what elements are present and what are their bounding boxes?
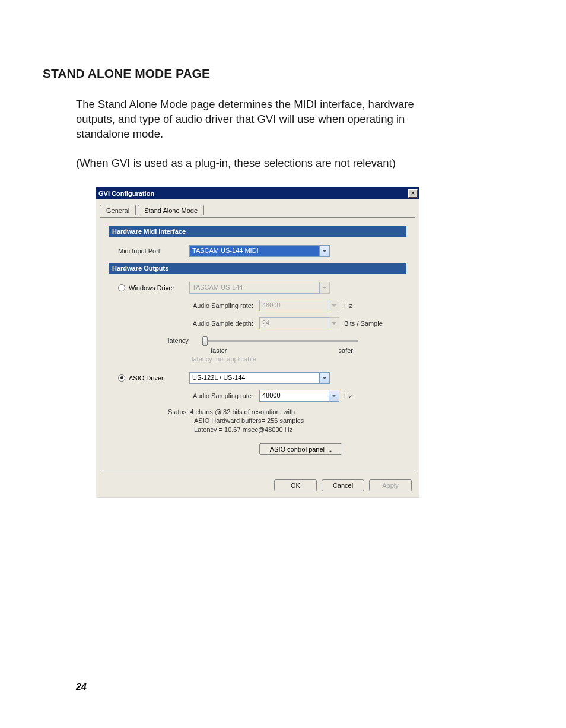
win-depth-combo: 24: [259, 317, 339, 329]
row-midi-input: Midi Input Port: TASCAM US-144 MIDI: [109, 245, 406, 257]
window-title: GVI Configuration: [98, 190, 154, 197]
slider-scale-labels: faster safer: [109, 347, 358, 354]
latency-not-applicable: latency: not applicable: [109, 355, 406, 363]
row-windows-driver: Windows Driver TASCAM US-144: [109, 282, 406, 294]
midi-input-value: TASCAM US-144 MIDI: [189, 245, 320, 257]
page-number: 24: [76, 682, 87, 692]
faster-label: faster: [211, 347, 227, 354]
tab-panel: Hardware Midi Interface Midi Input Port:…: [100, 217, 415, 472]
row-asio-sampling-rate: Audio Sampling rate: 48000 Hz: [109, 390, 406, 402]
chevron-down-icon: [332, 322, 336, 325]
win-rate-dropdown-button: [329, 300, 339, 311]
windows-driver-dropdown-button: [320, 282, 330, 294]
page-heading: STAND ALONE MODE PAGE: [43, 66, 523, 81]
win-depth-label: Audio Sample depth:: [118, 320, 259, 327]
slider-thumb[interactable]: [202, 336, 208, 346]
asio-rate-unit: Hz: [344, 392, 352, 399]
asio-rate-value: 48000: [259, 390, 329, 402]
midi-input-combo[interactable]: TASCAM US-144 MIDI: [189, 245, 330, 257]
row-asio-driver: ASIO Driver US-122L / US-144: [109, 372, 406, 384]
chevron-down-icon: [322, 287, 327, 289]
midi-input-label: Midi Input Port:: [118, 247, 189, 255]
asio-driver-label: ASIO Driver: [129, 374, 164, 382]
row-latency-slider: latency: [109, 335, 406, 346]
section-hardware-outputs: Hardware Outputs: [109, 263, 406, 274]
asio-rate-dropdown-button[interactable]: [329, 390, 339, 402]
windows-driver-combo: TASCAM US-144: [189, 282, 330, 294]
tab-stand-alone-mode[interactable]: Stand Alone Mode: [138, 205, 204, 215]
dialog-footer-buttons: OK Cancel Apply: [100, 479, 415, 491]
asio-driver-combo[interactable]: US-122L / US-144: [189, 372, 330, 384]
midi-input-dropdown-button[interactable]: [320, 245, 330, 257]
windows-driver-label: Windows Driver: [129, 284, 174, 291]
asio-driver-dropdown-button[interactable]: [320, 372, 330, 384]
asio-rate-combo[interactable]: 48000: [259, 390, 339, 402]
win-depth-unit: Bits / Sample: [344, 320, 383, 327]
asio-status-block: Status: 4 chans @ 32 bits of resolution,…: [109, 408, 406, 434]
status-line-3: Latency = 10.67 msec@48000 Hz: [168, 425, 406, 434]
asio-driver-radio[interactable]: [118, 374, 125, 382]
chevron-down-icon: [332, 304, 336, 307]
apply-button: Apply: [369, 479, 412, 491]
windows-driver-radio[interactable]: [118, 284, 125, 291]
ok-button[interactable]: OK: [274, 479, 317, 491]
paragraph-intro: The Stand Alone Mode page determines the…: [76, 97, 432, 142]
safer-label: safer: [339, 347, 358, 354]
asio-control-panel-button[interactable]: ASIO control panel ...: [259, 443, 342, 455]
win-depth-value: 24: [259, 317, 329, 329]
paragraph-note: (When GVI is used as a plug-in, these se…: [76, 156, 432, 171]
latency-slider[interactable]: [203, 335, 358, 346]
status-line-1: Status: 4 chans @ 32 bits of resolution,…: [168, 408, 406, 417]
row-win-sample-depth: Audio Sample depth: 24 Bits / Sample: [109, 317, 406, 329]
asio-rate-label: Audio Sampling rate:: [118, 392, 259, 399]
tabs-row: General Stand Alone Mode: [100, 204, 415, 217]
windows-driver-value: TASCAM US-144: [189, 282, 320, 294]
win-rate-value: 48000: [259, 300, 329, 311]
chevron-down-icon: [332, 395, 336, 397]
win-rate-combo: 48000: [259, 300, 339, 311]
close-icon: ×: [411, 190, 415, 196]
titlebar: GVI Configuration ×: [96, 187, 419, 199]
tab-general[interactable]: General: [100, 205, 136, 215]
win-rate-unit: Hz: [344, 302, 352, 309]
asio-driver-value: US-122L / US-144: [189, 372, 320, 384]
chevron-down-icon: [322, 377, 327, 379]
dialog-body: General Stand Alone Mode Hardware Midi I…: [96, 199, 419, 498]
chevron-down-icon: [322, 250, 327, 252]
win-rate-label: Audio Sampling rate:: [118, 302, 259, 309]
gvi-configuration-dialog: GVI Configuration × General Stand Alone …: [96, 187, 419, 498]
close-button[interactable]: ×: [408, 189, 418, 198]
row-win-sampling-rate: Audio Sampling rate: 48000 Hz: [109, 300, 406, 311]
status-line-2: ASIO Hardward buffers= 256 samples: [168, 417, 406, 425]
slider-track: [203, 340, 358, 342]
win-depth-dropdown-button: [329, 317, 339, 329]
section-hardware-midi: Hardware Midi Interface: [109, 226, 406, 237]
asio-panel-button-row: ASIO control panel ...: [109, 443, 406, 455]
cancel-button[interactable]: Cancel: [322, 479, 364, 491]
latency-label: latency: [168, 337, 203, 344]
